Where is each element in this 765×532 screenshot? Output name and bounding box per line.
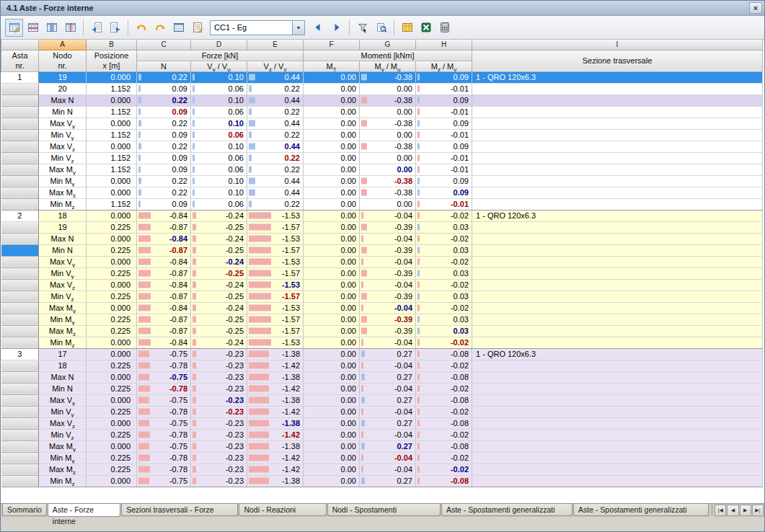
position-cell[interactable]: 0.225	[87, 291, 137, 302]
position-cell[interactable]: 0.225	[87, 452, 137, 464]
extreme-label-cell[interactable]: Max N	[39, 233, 87, 244]
position-cell[interactable]: 1.152	[87, 106, 137, 118]
position-cell[interactable]: 0.225	[87, 267, 137, 279]
extreme-label-cell[interactable]: Min Mz	[39, 475, 87, 487]
previous-table-button[interactable]	[87, 19, 105, 37]
value-cell-e[interactable]: -1.42	[247, 464, 304, 475]
col-header-nodo[interactable]: Nodonr.	[39, 50, 87, 71]
value-cell-e[interactable]: -1.42	[247, 429, 304, 440]
value-cell-h[interactable]: -0.02	[416, 337, 472, 348]
section-cell[interactable]	[472, 175, 763, 187]
value-cell-g[interactable]: -0.04	[360, 337, 416, 348]
value-cell-f[interactable]: 0.00	[304, 175, 360, 187]
position-cell[interactable]: 0.000	[87, 475, 137, 487]
value-cell-h[interactable]: -0.01	[416, 106, 472, 118]
value-cell-c[interactable]: -0.84	[137, 210, 191, 221]
position-cell[interactable]: 0.000	[87, 94, 137, 106]
value-cell-h[interactable]: -0.08	[416, 475, 472, 487]
section-cell[interactable]	[472, 464, 763, 475]
position-cell[interactable]: 0.000	[87, 71, 137, 83]
value-cell-e[interactable]: 0.44	[247, 71, 304, 83]
col-header-my[interactable]: My / Mu	[360, 61, 416, 71]
value-cell-g[interactable]: 0.00	[360, 164, 416, 175]
extreme-label-cell[interactable]: Min Vy	[39, 267, 87, 279]
print-preview-button[interactable]	[372, 19, 390, 37]
position-cell[interactable]: 0.225	[87, 325, 137, 337]
row-header-cell[interactable]	[1, 256, 39, 267]
value-cell-c[interactable]: 0.09	[137, 129, 191, 141]
split-table-button[interactable]	[61, 19, 79, 37]
value-cell-f[interactable]: 0.00	[304, 233, 360, 244]
value-cell-g[interactable]: 0.27	[360, 475, 416, 487]
extreme-label-cell[interactable]: Min N	[39, 383, 87, 394]
value-cell-h[interactable]: -0.08	[416, 417, 472, 429]
value-cell-e[interactable]: 0.22	[247, 152, 304, 164]
row-header-cell[interactable]	[1, 475, 39, 487]
value-cell-d[interactable]: -0.25	[191, 314, 247, 325]
last-tab-button[interactable]: ▶|	[752, 505, 764, 516]
section-cell[interactable]	[472, 360, 763, 371]
value-cell-e[interactable]: -1.38	[247, 394, 304, 406]
value-cell-f[interactable]: 0.00	[304, 221, 360, 233]
value-cell-e[interactable]: -1.53	[247, 233, 304, 244]
value-cell-g[interactable]: -0.38	[360, 141, 416, 152]
value-cell-g[interactable]: -0.39	[360, 291, 416, 302]
value-cell-f[interactable]: 0.00	[304, 429, 360, 440]
value-cell-h[interactable]: -0.08	[416, 348, 472, 360]
value-cell-h[interactable]: -0.02	[416, 360, 472, 371]
value-cell-h[interactable]: -0.01	[416, 83, 472, 94]
position-cell[interactable]: 0.000	[87, 440, 137, 452]
extreme-label-cell[interactable]: Min My	[39, 314, 87, 325]
section-cell[interactable]	[472, 302, 763, 314]
value-cell-f[interactable]: 0.00	[304, 406, 360, 417]
value-cell-g[interactable]: -0.04	[360, 429, 416, 440]
row-header-cell[interactable]	[1, 83, 39, 94]
value-cell-e[interactable]: -1.57	[247, 267, 304, 279]
col-header-mt[interactable]: MT	[304, 61, 360, 71]
value-cell-c[interactable]: -0.78	[137, 464, 191, 475]
value-cell-d[interactable]: -0.25	[191, 267, 247, 279]
value-cell-e[interactable]: -1.53	[247, 302, 304, 314]
value-cell-g[interactable]: -0.38	[360, 187, 416, 198]
position-cell[interactable]: 0.000	[87, 175, 137, 187]
undo-button[interactable]	[132, 19, 150, 37]
value-cell-e[interactable]: -1.53	[247, 210, 304, 221]
value-cell-d[interactable]: -0.23	[191, 429, 247, 440]
row-header-cell[interactable]	[1, 118, 39, 129]
extreme-label-cell[interactable]: Max Mz	[39, 325, 87, 337]
section-cell[interactable]	[472, 256, 763, 267]
value-cell-g[interactable]: 0.00	[360, 129, 416, 141]
value-cell-d[interactable]: 0.10	[191, 175, 247, 187]
tab-sezioni-trasversali-forze-interne[interactable]: Sezioni trasversali - Forze interne	[121, 504, 238, 516]
row-header-cell[interactable]	[1, 464, 39, 475]
value-cell-c[interactable]: 0.22	[137, 141, 191, 152]
value-cell-f[interactable]: 0.00	[304, 244, 360, 256]
value-cell-d[interactable]: -0.23	[191, 452, 247, 464]
section-cell[interactable]	[472, 279, 763, 291]
value-cell-d[interactable]: -0.23	[191, 383, 247, 394]
node-number-cell[interactable]: 20	[39, 83, 87, 94]
value-cell-h[interactable]: -0.02	[416, 302, 472, 314]
row-header-cell[interactable]	[1, 302, 39, 314]
value-cell-c[interactable]: 0.22	[137, 94, 191, 106]
extreme-label-cell[interactable]: Max Vy	[39, 394, 87, 406]
value-cell-h[interactable]: -0.01	[416, 164, 472, 175]
value-cell-f[interactable]: 0.00	[304, 198, 360, 210]
value-cell-f[interactable]: 0.00	[304, 325, 360, 337]
value-cell-h[interactable]: -0.02	[416, 452, 472, 464]
section-cell[interactable]	[472, 475, 763, 487]
extreme-label-cell[interactable]: Max Vz	[39, 279, 87, 291]
row-header-cell[interactable]	[1, 279, 39, 291]
value-cell-d[interactable]: 0.06	[191, 198, 247, 210]
row-header-cell[interactable]	[1, 429, 39, 440]
value-cell-e[interactable]: 0.44	[247, 118, 304, 129]
col-letter-e[interactable]: E	[247, 40, 304, 50]
value-cell-f[interactable]: 0.00	[304, 314, 360, 325]
position-cell[interactable]: 0.000	[87, 348, 137, 360]
value-cell-e[interactable]: 0.44	[247, 175, 304, 187]
value-cell-f[interactable]: 0.00	[304, 152, 360, 164]
position-cell[interactable]: 0.000	[87, 394, 137, 406]
tab-aste-forze-interne[interactable]: Aste - Forze interne	[48, 504, 120, 517]
value-cell-g[interactable]: -0.04	[360, 302, 416, 314]
row-header-cell[interactable]	[1, 187, 39, 198]
